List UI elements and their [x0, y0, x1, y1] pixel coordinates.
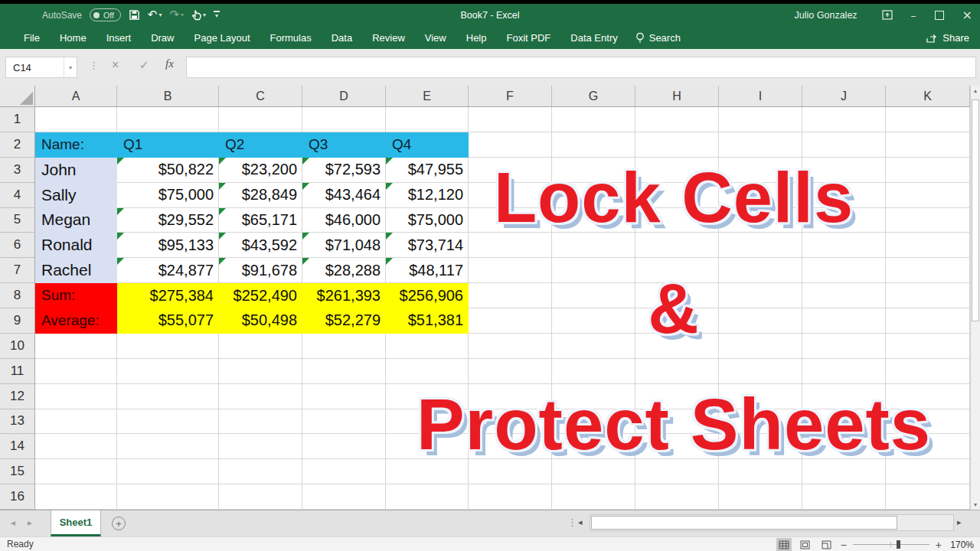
- cell-H11[interactable]: [635, 359, 719, 384]
- cell-D7[interactable]: $28,288: [302, 258, 386, 283]
- ribbon-tab-draw[interactable]: Draw: [141, 32, 184, 44]
- cell-D5[interactable]: $46,000: [302, 208, 386, 233]
- ribbon-tab-home[interactable]: Home: [50, 32, 96, 44]
- cell-F6[interactable]: [469, 233, 552, 258]
- cell-A7[interactable]: Rachel: [35, 258, 117, 283]
- cell-A16[interactable]: [35, 484, 117, 510]
- ribbon-tab-foxit-pdf[interactable]: Foxit PDF: [497, 32, 561, 44]
- close-button[interactable]: ×: [962, 9, 972, 21]
- cell-G11[interactable]: [552, 359, 635, 384]
- row-header-14[interactable]: 14: [0, 434, 35, 459]
- redo-button[interactable]: ↷ ▾: [169, 9, 184, 21]
- ribbon-tab-file[interactable]: File: [14, 32, 50, 44]
- row-header-15[interactable]: 15: [0, 459, 35, 484]
- cell-A13[interactable]: [35, 409, 117, 435]
- cell-I16[interactable]: [719, 484, 802, 510]
- row-header-11[interactable]: 11: [0, 359, 35, 384]
- cell-F2[interactable]: [469, 132, 552, 158]
- account-user-name[interactable]: Julio Gonzalez: [795, 10, 858, 21]
- cell-I11[interactable]: [719, 359, 802, 384]
- cell-J16[interactable]: [802, 484, 886, 510]
- sheet-tab-sheet1[interactable]: Sheet1: [51, 510, 101, 536]
- name-box[interactable]: C14 ▾: [5, 57, 77, 78]
- column-header-A[interactable]: A: [35, 86, 117, 107]
- cell-C2[interactable]: Q2: [219, 132, 302, 158]
- sheet-nav-right-icon[interactable]: ▸: [28, 517, 32, 528]
- cell-D10[interactable]: [302, 334, 386, 359]
- cell-A9[interactable]: Average:: [35, 308, 117, 334]
- cell-D1[interactable]: [302, 107, 386, 132]
- sheet-nav-left-icon[interactable]: ◂: [11, 517, 15, 528]
- row-header-7[interactable]: 7: [0, 258, 35, 283]
- cell-A5[interactable]: Megan: [35, 208, 117, 233]
- cell-J11[interactable]: [802, 359, 886, 384]
- cell-J1[interactable]: [802, 107, 886, 132]
- column-header-G[interactable]: G: [552, 86, 635, 107]
- cell-C15[interactable]: [219, 459, 302, 484]
- ribbon-tab-page-layout[interactable]: Page Layout: [185, 32, 260, 44]
- cell-K16[interactable]: [886, 484, 970, 510]
- cell-A4[interactable]: Sally: [35, 183, 117, 208]
- name-box-caret-icon[interactable]: ▾: [64, 57, 77, 77]
- enter-entry-button[interactable]: ✓: [139, 58, 149, 72]
- cell-B9[interactable]: $55,077: [117, 308, 219, 334]
- cell-C16[interactable]: [219, 484, 302, 510]
- cell-A12[interactable]: [35, 384, 117, 409]
- cell-G6[interactable]: [552, 233, 635, 258]
- cell-C8[interactable]: $252,490: [219, 283, 302, 308]
- cell-D4[interactable]: $43,464: [302, 183, 386, 208]
- cell-H6[interactable]: [635, 233, 719, 258]
- cell-D6[interactable]: $71,048: [302, 233, 386, 258]
- column-header-J[interactable]: J: [802, 86, 886, 107]
- cell-I6[interactable]: [719, 233, 802, 258]
- customize-qat-button[interactable]: ▾: [214, 11, 220, 19]
- cell-B8[interactable]: $275,384: [117, 283, 219, 308]
- cell-A14[interactable]: [35, 434, 117, 459]
- row-header-9[interactable]: 9: [0, 308, 35, 334]
- cell-B2[interactable]: Q1: [117, 132, 219, 158]
- cell-B11[interactable]: [117, 359, 219, 384]
- zoom-in-button[interactable]: +: [936, 539, 942, 551]
- cell-D9[interactable]: $52,279: [302, 308, 386, 334]
- row-header-8[interactable]: 8: [0, 283, 35, 308]
- formula-bar-handle-icon[interactable]: ⋮: [89, 60, 99, 71]
- cell-G1[interactable]: [552, 107, 635, 132]
- scroll-down-icon[interactable]: ▾: [971, 501, 980, 508]
- cell-A3[interactable]: John: [35, 158, 117, 183]
- column-header-C[interactable]: C: [219, 86, 302, 107]
- cell-C6[interactable]: $43,592: [219, 233, 302, 258]
- cell-A1[interactable]: [35, 107, 117, 132]
- cell-B10[interactable]: [117, 334, 219, 359]
- insert-function-button[interactable]: fx: [165, 57, 174, 70]
- ribbon-display-options-button[interactable]: [882, 10, 893, 20]
- cell-C1[interactable]: [219, 107, 302, 132]
- cell-H16[interactable]: [635, 484, 719, 510]
- ribbon-tab-review[interactable]: Review: [362, 32, 415, 44]
- row-header-12[interactable]: 12: [0, 384, 35, 409]
- cell-K2[interactable]: [886, 132, 970, 158]
- page-layout-view-button[interactable]: [798, 538, 813, 551]
- cell-A8[interactable]: Sum:: [35, 283, 117, 308]
- horizontal-scroll-thumb[interactable]: [591, 516, 897, 530]
- column-header-I[interactable]: I: [719, 86, 802, 107]
- column-header-F[interactable]: F: [469, 86, 552, 107]
- normal-view-button[interactable]: [776, 538, 792, 551]
- horizontal-scrollbar[interactable]: [590, 514, 954, 531]
- share-button[interactable]: Share: [926, 32, 969, 44]
- cell-C10[interactable]: [219, 334, 302, 359]
- formula-input[interactable]: [186, 57, 976, 78]
- maximize-button[interactable]: [935, 11, 944, 20]
- cell-D3[interactable]: $72,593: [302, 158, 386, 183]
- vertical-scroll-thumb[interactable]: [972, 99, 979, 321]
- ribbon-tab-help[interactable]: Help: [456, 32, 497, 44]
- cell-J6[interactable]: [802, 233, 886, 258]
- row-header-10[interactable]: 10: [0, 334, 35, 359]
- ribbon-tab-formulas[interactable]: Formulas: [260, 32, 322, 44]
- row-header-3[interactable]: 3: [0, 158, 35, 183]
- cell-E2[interactable]: Q4: [386, 132, 469, 158]
- cell-C7[interactable]: $91,678: [219, 258, 302, 283]
- row-header-1[interactable]: 1: [0, 107, 35, 132]
- hscroll-left-icon[interactable]: ◂: [578, 517, 583, 527]
- select-all-corner[interactable]: [0, 86, 35, 107]
- zoom-out-button[interactable]: −: [841, 539, 847, 551]
